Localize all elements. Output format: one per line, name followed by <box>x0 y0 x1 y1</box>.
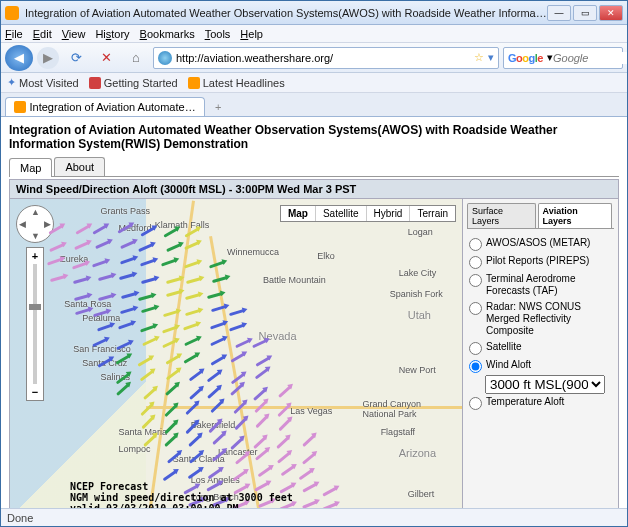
bookmark-star-icon[interactable]: ☆ <box>474 51 484 64</box>
city-label: Las Vegas <box>290 406 332 416</box>
nav-toolbar: ◀ ▶ ⟳ ✕ ⌂ ☆ ▾ Google▾ <box>1 43 627 73</box>
bookmarks-toolbar: ✦Most Visited Getting Started Latest Hea… <box>1 73 627 93</box>
forward-button[interactable]: ▶ <box>37 47 59 69</box>
stop-button[interactable]: ✕ <box>93 46 119 70</box>
menu-file[interactable]: File <box>5 28 23 40</box>
city-label: Medford <box>118 223 151 233</box>
layer-label: AWOS/ASOS (METAR) <box>486 237 590 249</box>
city-label: Lancaster <box>218 447 258 457</box>
layer-radar[interactable]: Radar: NWS CONUS Merged Reflectivity Com… <box>469 299 612 339</box>
bookmark-label: Latest Headlines <box>203 77 285 89</box>
tab-title: Integration of Aviation Automated ... <box>30 101 196 113</box>
home-button[interactable]: ⌂ <box>123 46 149 70</box>
menu-history[interactable]: History <box>95 28 129 40</box>
layer-radio[interactable] <box>469 397 482 410</box>
city-label: Winnemucca <box>227 247 279 257</box>
pan-control[interactable]: ▲ ▼ ◀ ▶ <box>16 205 54 243</box>
reload-button[interactable]: ⟳ <box>63 46 89 70</box>
layer-radio[interactable] <box>469 274 482 287</box>
map-view[interactable]: ▲ ▼ ◀ ▶ + − Map Satellite Hybrid Terrain <box>10 199 462 527</box>
back-button[interactable]: ◀ <box>5 45 33 71</box>
city-label: Flagstaff <box>381 427 415 437</box>
city-label: Grants Pass <box>100 206 150 216</box>
layer-radio[interactable] <box>469 302 482 315</box>
bookmark-getting-started[interactable]: Getting Started <box>89 77 178 89</box>
side-tabs: Surface Layers Aviation Layers <box>467 203 614 229</box>
status-text: Done <box>7 512 33 524</box>
layer-radio[interactable] <box>469 256 482 269</box>
layer-radio[interactable] <box>469 360 482 373</box>
search-bar[interactable]: Google▾ <box>503 47 623 69</box>
maptype-map[interactable]: Map <box>281 206 316 221</box>
city-label: Gilbert <box>408 489 435 499</box>
layer-awos[interactable]: AWOS/ASOS (METAR) <box>469 235 612 253</box>
layer-list: AWOS/ASOS (METAR) Pilot Reports (PIREPS)… <box>467 233 614 414</box>
maptype-hybrid[interactable]: Hybrid <box>367 206 411 221</box>
city-label: Lompoc <box>118 444 150 454</box>
pan-east-icon[interactable]: ▶ <box>44 219 51 229</box>
new-tab-button[interactable]: + <box>209 98 227 116</box>
url-dropdown-icon[interactable]: ▾ <box>488 51 494 64</box>
layer-pireps[interactable]: Pilot Reports (PIREPS) <box>469 253 612 271</box>
tab-aviation-layers[interactable]: Aviation Layers <box>538 203 612 228</box>
side-panel: Surface Layers Aviation Layers AWOS/ASOS… <box>462 199 618 527</box>
menu-bookmarks[interactable]: Bookmarks <box>140 28 195 40</box>
city-label: Santa Rosa <box>64 299 111 309</box>
layer-label: Pilot Reports (PIREPS) <box>486 255 589 267</box>
zoom-slider[interactable] <box>33 264 37 384</box>
city-label: Eureka <box>60 254 89 264</box>
wind-level-select[interactable]: 3000 ft MSL(900mb) <box>485 375 605 394</box>
state-label: Arizona <box>399 447 436 459</box>
tab-map[interactable]: Map <box>9 158 52 177</box>
tab-favicon <box>14 101 26 113</box>
url-bar[interactable]: ☆ ▾ <box>153 47 499 69</box>
map-type-control: Map Satellite Hybrid Terrain <box>280 205 456 222</box>
city-label: New Port <box>399 365 436 375</box>
pan-south-icon[interactable]: ▼ <box>31 231 40 241</box>
menu-help[interactable]: Help <box>240 28 263 40</box>
search-input[interactable] <box>553 52 628 64</box>
bookmark-most-visited[interactable]: ✦Most Visited <box>7 76 79 89</box>
map-area: ▲ ▼ ◀ ▶ + − Map Satellite Hybrid Terrain <box>9 199 619 527</box>
zoom-out-button[interactable]: − <box>32 386 38 398</box>
layer-temp-aloft[interactable]: Temperature Aloft <box>469 394 612 412</box>
zoom-thumb[interactable] <box>29 304 41 310</box>
window-title: Integration of Aviation Automated Weathe… <box>25 7 547 19</box>
map-controls: ▲ ▼ ◀ ▶ + − <box>16 205 54 401</box>
maptype-terrain[interactable]: Terrain <box>410 206 455 221</box>
pan-west-icon[interactable]: ◀ <box>19 219 26 229</box>
page-tabs: Map About <box>9 157 619 177</box>
city-label: Spanish Fork <box>390 289 443 299</box>
tab-about[interactable]: About <box>54 157 105 176</box>
browser-tab[interactable]: Integration of Aviation Automated ... <box>5 97 205 116</box>
layer-radio[interactable] <box>469 238 482 251</box>
tab-surface-layers[interactable]: Surface Layers <box>467 203 536 228</box>
zoom-control: + − <box>26 247 44 401</box>
menu-view[interactable]: View <box>62 28 86 40</box>
layer-radio[interactable] <box>469 342 482 355</box>
layer-label: Satellite <box>486 341 522 353</box>
maximize-button[interactable]: ▭ <box>573 5 597 21</box>
city-label: Salinas <box>100 372 130 382</box>
menu-tools[interactable]: Tools <box>205 28 231 40</box>
city-label: Klamath Falls <box>155 220 210 230</box>
minimize-button[interactable]: — <box>547 5 571 21</box>
layer-wind-aloft[interactable]: Wind Aloft <box>469 357 612 375</box>
close-button[interactable]: ✕ <box>599 5 623 21</box>
site-identity-icon <box>158 51 172 65</box>
maptype-satellite[interactable]: Satellite <box>316 206 367 221</box>
pan-north-icon[interactable]: ▲ <box>31 207 40 217</box>
layer-taf[interactable]: Terminal Aerodrome Forecasts (TAF) <box>469 271 612 299</box>
url-input[interactable] <box>176 52 470 64</box>
city-label: Bakersfield <box>191 420 236 430</box>
page-content: Integration of Aviation Automated Weathe… <box>1 117 627 527</box>
city-label: Santa Maria <box>118 427 167 437</box>
layer-satellite[interactable]: Satellite <box>469 339 612 357</box>
menu-edit[interactable]: Edit <box>33 28 52 40</box>
bookmark-label: Most Visited <box>19 77 79 89</box>
rss-icon <box>188 77 200 89</box>
bookmark-latest-headlines[interactable]: Latest Headlines <box>188 77 285 89</box>
status-bar: Done <box>1 508 627 526</box>
zoom-in-button[interactable]: + <box>32 250 38 262</box>
city-label: Battle Mountain <box>263 275 326 285</box>
